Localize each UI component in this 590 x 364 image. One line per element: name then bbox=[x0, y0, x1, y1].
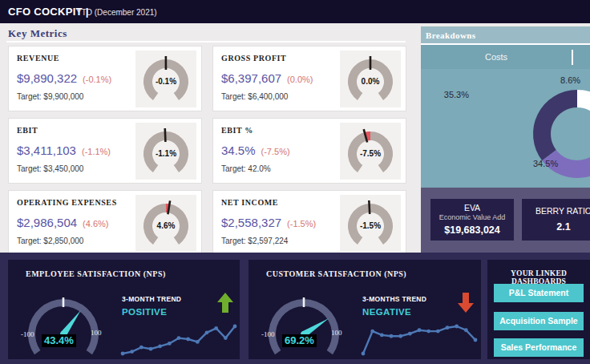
app-subtitle: YTD (December 2021) bbox=[76, 8, 157, 17]
title-bar: CFO COCKPIT | YTD (December 2021) bbox=[0, 0, 590, 23]
tab-divider bbox=[572, 50, 573, 65]
gauge-value-label: -0.1% bbox=[135, 77, 196, 86]
metric-target: Target: $2,597,224 bbox=[221, 237, 288, 245]
delta-gauge: 4.6% bbox=[135, 195, 196, 252]
metric-delta: (-1.1%) bbox=[82, 147, 111, 156]
metric-delta: (-0.1%) bbox=[83, 75, 111, 84]
metric-card-revenue: REVENUE $9,890,322(-0.1%) Target: $9,900… bbox=[8, 46, 202, 111]
gauge-value-label: 0.0% bbox=[340, 77, 401, 86]
pl-statement-button[interactable]: P&L Statement bbox=[494, 284, 584, 302]
gauge-min-label: -100 bbox=[261, 330, 275, 338]
linked-dashboards-heading: YOUR LINKED DASHBOARDS bbox=[487, 269, 590, 285]
metric-card-ebit-pct: EBIT % 34.5%(-7.5%) Target: 42.0% -7.5% bbox=[212, 118, 406, 184]
metric-target: Target: $9,900,000 bbox=[17, 92, 83, 101]
tab-costs[interactable]: Costs bbox=[421, 45, 572, 69]
metric-delta: (4.6%) bbox=[83, 219, 108, 229]
heading-divider bbox=[6, 41, 406, 42]
trend-value: NEGATIVE bbox=[362, 307, 411, 317]
metric-delta: (0.0%) bbox=[287, 75, 313, 84]
metric-title: REVENUE bbox=[17, 54, 59, 63]
gauge-min-label: -100 bbox=[21, 330, 34, 338]
metric-value: $2,558,327 bbox=[221, 216, 281, 229]
breakdowns-panel: Breakdowns Costs 35.3% 8.6% 34.5% EVA Ec… bbox=[421, 26, 590, 253]
metric-delta: (-7.5%) bbox=[261, 147, 290, 156]
gauge-value-label: 4.6% bbox=[135, 221, 196, 230]
stat-title: EVA bbox=[430, 203, 514, 212]
gauge-value-label: -1.5% bbox=[340, 221, 401, 230]
trend-value: POSITIVE bbox=[122, 307, 167, 317]
breakdowns-tab-bar: Costs bbox=[421, 45, 590, 69]
stat-value: 2.1 bbox=[522, 221, 590, 233]
metric-delta: (-1.5%) bbox=[287, 219, 316, 229]
trend-label: 3-MONTH TREND bbox=[122, 295, 181, 303]
trend-label: 3-MONTHS TREND bbox=[362, 295, 426, 303]
stat-title: BERRY RATIO bbox=[522, 206, 590, 216]
gauge-value-chip: 69.2% bbox=[282, 334, 317, 347]
donut-label-navy: 35.3% bbox=[437, 90, 469, 99]
breakdowns-heading: Breakdowns bbox=[421, 26, 590, 45]
acquisition-sample-button[interactable]: Acquisition Sample bbox=[494, 312, 584, 330]
gauge-max-label: 100 bbox=[91, 329, 102, 337]
metric-title: EBIT % bbox=[221, 126, 253, 135]
stat-subtitle: Economic Value Add bbox=[430, 213, 514, 221]
metric-target: Target: $6,400,000 bbox=[221, 92, 288, 101]
metric-title: EBIT bbox=[17, 126, 38, 135]
metric-value: $9,890,322 bbox=[17, 71, 77, 85]
key-metrics-grid: REVENUE $9,890,322(-0.1%) Target: $9,900… bbox=[8, 46, 406, 256]
metric-card-net-income: NET INCOME $2,558,327(-1.5%) Target: $2,… bbox=[212, 190, 406, 256]
delta-gauge: -1.1% bbox=[135, 123, 196, 180]
metric-target: Target: $3,450,000 bbox=[17, 164, 83, 173]
delta-gauge: 0.0% bbox=[340, 51, 401, 107]
key-metrics-heading: Key Metrics bbox=[8, 27, 67, 40]
trend-up-arrow-icon bbox=[216, 292, 234, 313]
gauge-value-label: -1.1% bbox=[135, 149, 196, 158]
metric-title: GROSS PROFIT bbox=[221, 54, 286, 63]
sales-performance-button[interactable]: Sales Performance bbox=[494, 338, 584, 357]
linked-dashboards-card: YOUR LINKED DASHBOARDS P&L Statement Acq… bbox=[487, 260, 590, 359]
metric-value: 34.5% bbox=[221, 144, 256, 157]
gauge-value-label: -7.5% bbox=[340, 149, 401, 158]
metric-title: OPERATING EXPENSES bbox=[17, 198, 117, 207]
delta-gauge: -0.1% bbox=[135, 51, 196, 107]
breakdowns-stats-strip: EVA Economic Value Add $19,683,024 BERRY… bbox=[421, 188, 590, 253]
metric-card-ebit: EBIT $3,411,103(-1.1%) Target: $3,450,00… bbox=[8, 118, 202, 184]
costs-donut-chart[interactable]: 35.3% 8.6% 34.5% bbox=[421, 69, 590, 188]
metric-target: Target: $2,850,000 bbox=[17, 237, 83, 245]
delta-gauge: -1.5% bbox=[340, 195, 401, 252]
employee-nps-gauge bbox=[19, 290, 107, 359]
trend-down-arrow-icon bbox=[457, 292, 475, 313]
customer-nps-gauge bbox=[260, 290, 348, 359]
metric-value: $6,397,607 bbox=[221, 71, 281, 85]
metric-card-gross-profit: GROSS PROFIT $6,397,607(0.0%) Target: $6… bbox=[212, 46, 406, 111]
card-title: CUSTOMER SATISFACTION (NPS) bbox=[266, 269, 406, 278]
card-title: EMPLOYEE SATISFACTION (NPS) bbox=[26, 269, 166, 278]
employee-trend-sparkline bbox=[119, 322, 239, 359]
customer-trend-sparkline bbox=[359, 322, 479, 359]
metric-card-operating-expenses: OPERATING EXPENSES $2,986,504(4.6%) Targ… bbox=[8, 190, 202, 256]
metric-value: $3,411,103 bbox=[17, 144, 76, 157]
bottom-section: EMPLOYEE SATISFACTION (NPS) -100 100 43.… bbox=[0, 253, 590, 364]
employee-satisfaction-card: EMPLOYEE SATISFACTION (NPS) -100 100 43.… bbox=[8, 260, 240, 359]
cfo-cockpit-dashboard: CFO COCKPIT | YTD (December 2021) Key Me… bbox=[0, 0, 590, 364]
delta-gauge: -7.5% bbox=[340, 123, 401, 180]
gauge-value-chip: 43.4% bbox=[42, 334, 76, 347]
eva-stat-card: EVA Economic Value Add $19,683,024 bbox=[430, 199, 514, 241]
metric-value: $2,986,504 bbox=[17, 216, 77, 229]
stat-value: $19,683,024 bbox=[430, 224, 514, 236]
berry-ratio-stat-card: BERRY RATIO 2.1 bbox=[522, 199, 590, 241]
metric-target: Target: 42.0% bbox=[221, 164, 271, 173]
gauge-max-label: 100 bbox=[331, 329, 342, 337]
donut-chart-svg bbox=[525, 82, 590, 186]
donut-label-white: 8.6% bbox=[560, 75, 580, 85]
metric-title: NET INCOME bbox=[221, 198, 278, 207]
customer-satisfaction-card: CUSTOMER SATISFACTION (NPS) -100 100 69.… bbox=[249, 260, 481, 359]
donut-label-purple: 34.5% bbox=[533, 159, 558, 168]
